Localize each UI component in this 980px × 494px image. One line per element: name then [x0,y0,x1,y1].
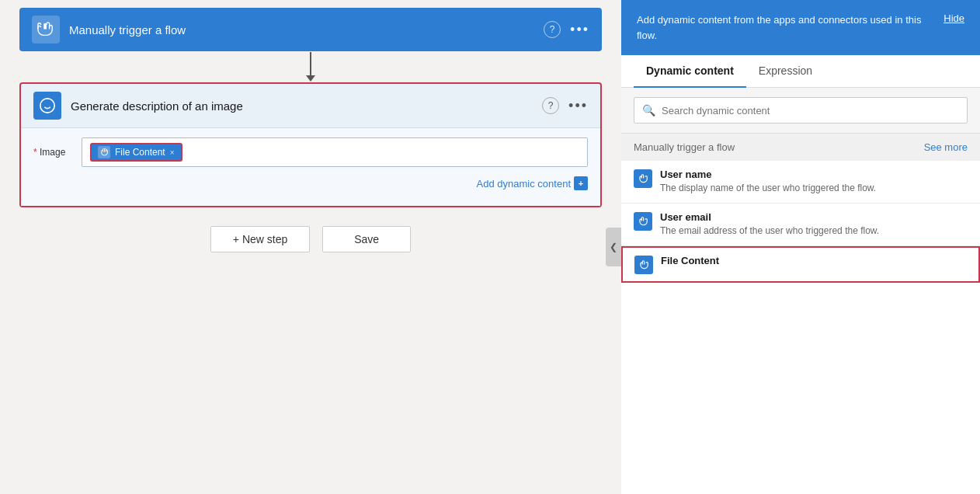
image-field-row: * Image File Content × [33,137,588,167]
dynamic-item-username[interactable]: User name The display name of the user w… [621,161,980,204]
image-field-input[interactable]: File Content × [82,137,588,167]
username-icon [634,169,652,188]
username-text: User name The display name of the user w… [660,169,968,195]
collapse-panel-button[interactable]: ❮ [606,228,621,266]
collapse-chevron-icon: ❮ [610,242,617,252]
see-more-link[interactable]: See more [924,141,968,153]
trigger-title: Manually trigger a flow [69,23,544,37]
token-icon [98,146,110,158]
tab-dynamic-content[interactable]: Dynamic content [634,55,746,88]
file-content-token[interactable]: File Content × [90,143,182,162]
add-dynamic-row: Add dynamic content + [33,173,588,193]
arrow-connector [306,51,315,82]
action-more-icon[interactable]: ••• [568,98,588,114]
panel-hide-button[interactable]: Hide [944,12,964,24]
panel-tabs: Dynamic content Expression [621,55,980,88]
add-dynamic-link[interactable]: Add dynamic content + [477,176,588,190]
flow-canvas: Manually trigger a flow ? ••• Generate d… [0,0,621,494]
useremail-text: User email The email address of the user… [660,211,968,238]
useremail-name: User email [660,211,968,223]
add-dynamic-plus-icon: + [574,176,588,190]
action-icon [33,92,61,120]
username-name: User name [660,169,968,180]
dynamic-item-filecontent[interactable]: File Content [621,246,980,283]
tab-expression[interactable]: Expression [746,55,825,88]
username-desc: The display name of the user who trigger… [660,182,968,195]
panel-header-text: Add dynamic content from the apps and co… [637,12,934,43]
action-help-icon[interactable]: ? [542,97,559,114]
required-marker: * [33,147,37,158]
panel-header: Add dynamic content from the apps and co… [621,0,980,55]
new-step-button[interactable]: + New step [210,226,310,252]
trigger-more-icon[interactable]: ••• [570,22,589,38]
section-header: Manually trigger a flow See more [621,134,980,161]
action-block: Generate description of an image ? ••• *… [19,82,602,207]
save-button[interactable]: Save [322,226,411,252]
search-icon: 🔍 [642,104,655,117]
svg-point-0 [40,99,54,113]
connector-arrowhead [306,75,315,82]
token-close[interactable]: × [170,148,175,157]
filecontent-icon [634,256,653,274]
action-body: * Image File Content × [21,127,600,206]
trigger-icon [32,16,60,43]
trigger-action-buttons: ? ••• [544,21,589,38]
filecontent-text: File Content [661,255,967,268]
dynamic-items-list: User name The display name of the user w… [621,161,980,494]
action-title: Generate description of an image [71,99,542,113]
add-dynamic-label: Add dynamic content [477,178,571,190]
bottom-action-buttons: + New step Save [210,226,411,252]
search-input[interactable] [662,105,959,117]
section-label: Manually trigger a flow [634,141,735,153]
trigger-block: Manually trigger a flow ? ••• [19,8,602,51]
search-input-wrapper: 🔍 [634,97,968,124]
search-area: 🔍 [621,88,980,134]
dynamic-content-panel: Add dynamic content from the apps and co… [621,0,980,494]
dynamic-item-useremail[interactable]: User email The email address of the user… [621,204,980,246]
connector-line [310,52,311,75]
token-label: File Content [115,147,165,158]
trigger-help-icon[interactable]: ? [544,21,561,38]
filecontent-name: File Content [661,255,967,266]
useremail-icon [634,212,652,231]
action-action-buttons: ? ••• [542,97,588,114]
action-header: Generate description of an image ? ••• [21,84,600,127]
image-field-label: * Image [33,147,72,158]
useremail-desc: The email address of the user who trigge… [660,224,968,238]
